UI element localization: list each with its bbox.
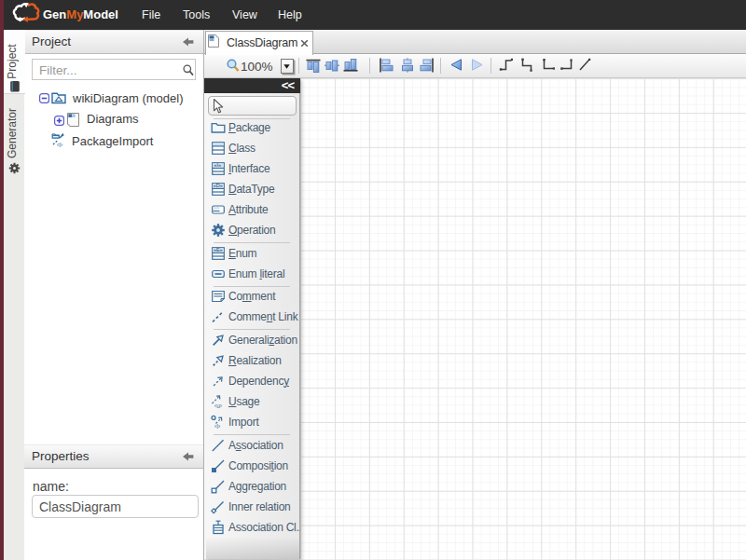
svg-text:«D»: «D» [214, 183, 223, 188]
svg-text:‹u›: ‹u› [214, 403, 222, 409]
svg-text:«E»: «E» [214, 247, 223, 253]
svg-text:«I»: «I» [214, 162, 221, 168]
svg-text:‹I›: ‹I› [214, 423, 220, 430]
svg-text:‹I›: ‹I› [57, 142, 62, 148]
